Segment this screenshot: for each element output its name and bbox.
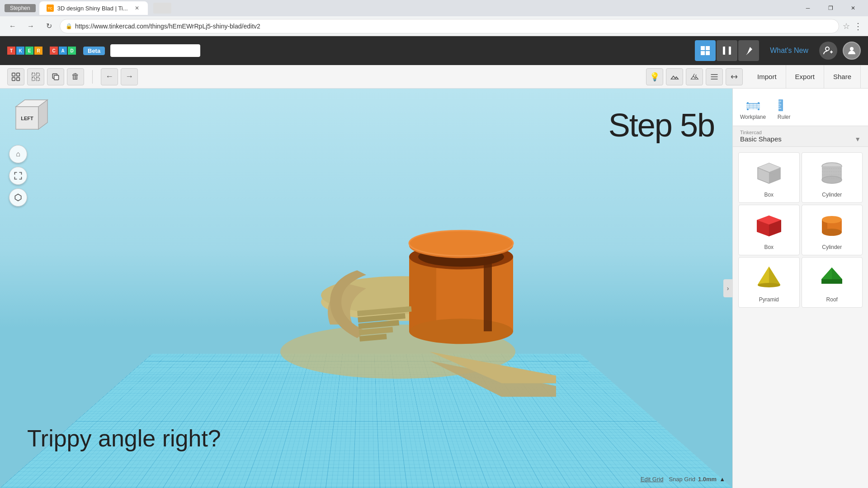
roof-solid-icon <box>816 262 848 294</box>
browser-tab[interactable]: TC 3D design Shiny Blad | Ti... ✕ <box>39 1 148 15</box>
shapes-grid: Box <box>733 147 868 313</box>
shape-cylinder-solid-label: Cylinder <box>822 244 842 250</box>
user-avatar[interactable] <box>843 42 861 60</box>
main-area: LEFT ⌂ <box>0 89 868 488</box>
panel-section-title: Basic Shapes ▼ <box>740 135 861 143</box>
svg-rect-12 <box>32 77 35 80</box>
url-text: https://www.tinkercad.com/things/hEmEWrR… <box>75 23 260 30</box>
shape-box-wire[interactable]: Box <box>738 152 800 203</box>
snap-grid-up-arrow[interactable]: ▲ <box>719 476 725 483</box>
close-button[interactable]: ✕ <box>843 0 863 16</box>
import-button[interactable]: Import <box>748 65 786 89</box>
snap-grid-label: Snap Grid <box>669 476 695 483</box>
redo-button[interactable]: → <box>121 68 138 85</box>
fit-view-button[interactable] <box>9 167 27 185</box>
reload-button[interactable]: ↻ <box>42 19 56 33</box>
forward-button[interactable]: → <box>24 19 38 33</box>
browser-menu-button[interactable]: ⋮ <box>854 21 863 32</box>
add-user-button[interactable] <box>819 42 837 60</box>
svg-point-62 <box>758 102 760 104</box>
whats-new-button[interactable]: What's New <box>764 47 814 55</box>
snap-grid-value: 1.0mm <box>698 476 717 483</box>
tinkercad-logo-2: C A D <box>50 47 76 55</box>
shape-box-wire-label: Box <box>764 192 774 198</box>
3d-model <box>240 162 556 399</box>
shape-cylinder-wire-label: Cylinder <box>822 192 842 198</box>
panel-section-header: Tinkercad Basic Shapes ▼ <box>733 126 868 147</box>
logo-a: A <box>59 47 67 55</box>
minimize-button[interactable]: ─ <box>797 0 818 16</box>
browser-titlebar: Stephen TC 3D design Shiny Blad | Ti... … <box>0 0 868 16</box>
logo-n: E <box>25 47 33 55</box>
terrain-button[interactable] <box>666 68 683 85</box>
shape-box-solid-label: Box <box>764 244 774 250</box>
flip-button[interactable] <box>726 68 743 85</box>
align-button[interactable] <box>706 68 723 85</box>
panel-dropdown-arrow[interactable]: ▼ <box>854 136 861 143</box>
group-tools: 🗑 <box>7 68 84 85</box>
panel-section-name: Basic Shapes <box>740 135 782 143</box>
svg-text:LEFT: LEFT <box>21 116 33 121</box>
shape-cylinder-wire[interactable]: Cylinder <box>802 152 863 203</box>
code-view-button[interactable] <box>717 40 737 61</box>
edit-grid-button[interactable]: Edit Grid <box>641 476 664 483</box>
browser-addressbar: ← → ↻ 🔒 https://www.tinkercad.com/things… <box>0 16 868 36</box>
perspective-button[interactable] <box>9 188 27 206</box>
export-button[interactable]: Export <box>786 65 824 89</box>
light-button[interactable]: 💡 <box>646 68 663 85</box>
panel-section-label: Tinkercad <box>740 130 861 135</box>
ungroup-button[interactable] <box>27 68 44 85</box>
duplicate-button[interactable] <box>47 68 64 85</box>
cylinder-wire-icon <box>816 157 848 189</box>
shape-pyramid-solid[interactable]: Pyramid <box>738 257 800 308</box>
workplane-label: Workplane <box>740 114 766 120</box>
maximize-button[interactable]: ❐ <box>820 0 841 16</box>
bookmark-button[interactable]: ☆ <box>843 21 850 31</box>
pyramid-solid-icon <box>753 262 785 294</box>
undo-button[interactable]: ← <box>101 68 118 85</box>
box-wire-icon <box>753 157 785 189</box>
svg-rect-15 <box>54 75 59 80</box>
workplane-icon <box>744 94 762 112</box>
svg-point-96 <box>758 283 780 287</box>
back-button[interactable]: ← <box>5 19 20 33</box>
workplane-tool[interactable]: Workplane <box>740 94 766 120</box>
project-name-input[interactable]: tep 5B <box>110 44 200 57</box>
trippy-caption: Trippy angle right? <box>27 425 221 452</box>
svg-rect-9 <box>17 77 20 80</box>
toolbar-separator-1 <box>92 70 93 84</box>
shapes-scroll-area[interactable]: Box <box>733 147 868 488</box>
home-view-button[interactable]: ⌂ <box>9 145 27 163</box>
share-button[interactable]: Share <box>824 65 861 89</box>
svg-rect-0 <box>701 46 705 50</box>
step-label: Step 5b <box>609 107 714 144</box>
grid-view-button[interactable] <box>695 40 716 61</box>
tab-close-button[interactable]: ✕ <box>133 5 141 12</box>
wireframe-button[interactable] <box>686 68 703 85</box>
app-toolbar: T K E R C A D Beta tep 5B <box>0 36 868 65</box>
delete-button[interactable]: 🗑 <box>67 68 84 85</box>
panel-collapse-arrow[interactable]: › <box>723 279 732 297</box>
new-tab-area[interactable] <box>153 3 171 14</box>
group-button[interactable] <box>7 68 24 85</box>
tab-title: 3D design Shiny Blad | Ti... <box>57 5 128 12</box>
ruler-tool[interactable]: Ruler <box>775 94 793 120</box>
user-tag: Stephen <box>5 4 36 12</box>
svg-point-40 <box>409 319 513 344</box>
logo-d: D <box>68 47 76 55</box>
shape-roof-solid[interactable]: Roof <box>802 257 863 308</box>
svg-point-91 <box>822 229 842 236</box>
shape-cylinder-solid[interactable]: Cylinder <box>802 205 863 255</box>
svg-point-4 <box>826 47 829 51</box>
build-view-button[interactable] <box>738 40 759 61</box>
view-cube[interactable]: LEFT <box>9 98 50 138</box>
address-bar[interactable]: 🔒 https://www.tinkercad.com/things/hEmEW… <box>60 19 839 33</box>
ruler-label: Ruler <box>778 114 791 120</box>
secondary-toolbar: 🗑 ← → 💡 <box>0 65 868 89</box>
security-lock-icon: 🔒 <box>66 23 72 29</box>
cylinder-solid-icon <box>816 210 848 241</box>
svg-point-64 <box>758 108 760 110</box>
app-content: T K E R C A D Beta tep 5B <box>0 36 868 488</box>
viewport[interactable]: LEFT ⌂ <box>0 89 732 488</box>
shape-box-solid[interactable]: Box <box>738 205 800 255</box>
